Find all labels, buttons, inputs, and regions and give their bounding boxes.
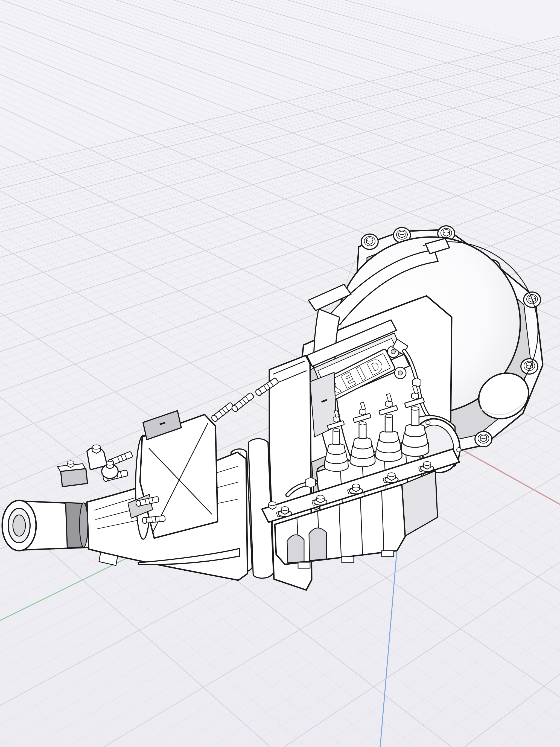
pan-bolt [269, 502, 276, 509]
mount-bolt [106, 461, 114, 469]
cad-viewport[interactable]: REID [0, 0, 560, 747]
mount-bolt [92, 445, 100, 453]
mount-bolt [67, 461, 74, 468]
mount-block [61, 469, 87, 487]
output-yoke[interactable] [2, 500, 88, 551]
transmission-model[interactable]: REID [2, 213, 543, 590]
modeling-canvas[interactable]: REID [0, 0, 560, 747]
